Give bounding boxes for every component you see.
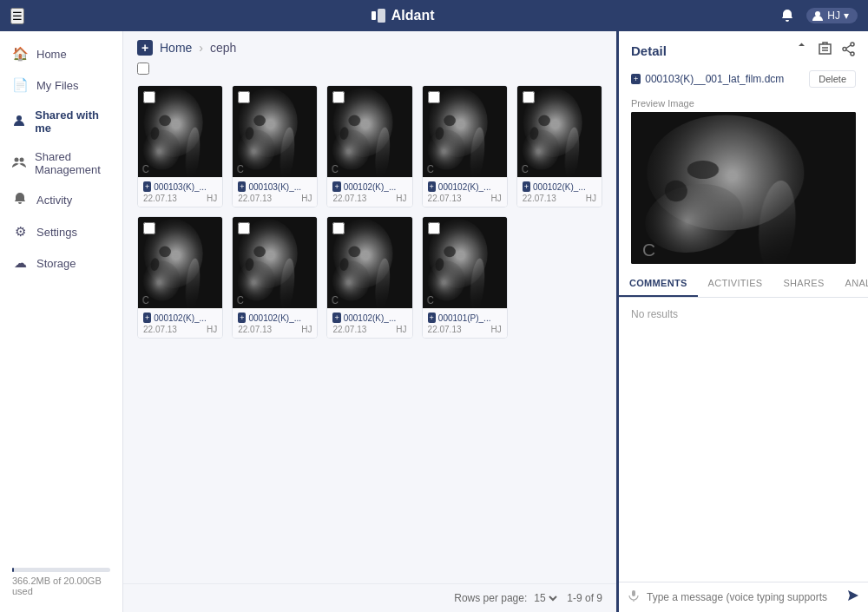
- tab-activities[interactable]: ACTIVITIES: [698, 271, 773, 297]
- tab-analyze[interactable]: ANALYZE: [835, 271, 868, 297]
- file-plus-icon: +: [523, 181, 530, 192]
- rows-per-page: Rows per page: 15 30 50: [454, 591, 560, 605]
- file-checkbox[interactable]: [238, 91, 250, 103]
- file-card-meta: 22.07.13 HJ: [332, 325, 406, 334]
- sidebar-item-settings[interactable]: ⚙ Settings: [0, 216, 122, 247]
- file-card[interactable]: + 000101(P)_... 22.07.13 HJ: [422, 216, 508, 339]
- file-card[interactable]: + 000103(K)_... 22.07.13 HJ: [232, 85, 318, 207]
- rows-per-page-select[interactable]: 15 30 50: [530, 591, 560, 605]
- file-card[interactable]: + 000102(K)_... 22.07.13 HJ: [422, 85, 508, 207]
- notification-icon[interactable]: [780, 9, 794, 23]
- shared-icon: [12, 114, 26, 130]
- file-plus-icon: +: [143, 313, 151, 323]
- svg-point-6: [851, 43, 854, 46]
- add-folder-icon[interactable]: +: [137, 40, 153, 56]
- file-checkbox[interactable]: [332, 222, 345, 234]
- sidebar-label-storage: Storage: [36, 257, 76, 270]
- preview-label: Preview Image: [631, 98, 856, 109]
- file-plus-icon: +: [428, 313, 436, 323]
- app-name: AIdant: [391, 8, 435, 23]
- sidebar-item-home[interactable]: 🏠 Home: [0, 38, 122, 69]
- file-card[interactable]: + 000102(K)_... 22.07.13 HJ: [232, 216, 318, 339]
- svg-line-9: [846, 45, 851, 49]
- save-folder-icon[interactable]: [818, 42, 832, 60]
- sidebar-item-my-files[interactable]: 📄 My Files: [0, 69, 122, 101]
- file-card-info: + 000102(K)_... 22.07.13 HJ: [517, 177, 602, 207]
- file-card-top: [138, 86, 222, 177]
- file-card-info: + 000102(K)_... 22.07.13 HJ: [233, 308, 317, 338]
- file-card-meta: 22.07.13 HJ: [143, 325, 217, 334]
- svg-marker-12: [848, 590, 858, 601]
- file-date: 22.07.13: [332, 325, 366, 334]
- sidebar-label-my-files: My Files: [36, 79, 78, 92]
- delete-button[interactable]: Delete: [809, 70, 856, 88]
- file-checkbox[interactable]: [428, 91, 440, 103]
- select-all-checkbox[interactable]: [137, 63, 149, 75]
- file-card-name: + 000102(K)_...: [332, 181, 406, 192]
- mic-icon[interactable]: [628, 589, 640, 605]
- pagination-range: 1-9 of 9: [567, 592, 602, 604]
- file-checkbox[interactable]: [143, 91, 155, 103]
- file-card[interactable]: + 000102(K)_... 22.07.13 HJ: [326, 85, 412, 207]
- file-card-name: + 000102(K)_...: [143, 313, 217, 323]
- file-plus-icon: +: [332, 181, 340, 192]
- file-name-label: 000102(K)_...: [248, 313, 301, 323]
- topbar-right: HJ ▾: [780, 8, 858, 23]
- menu-icon[interactable]: ☰: [10, 8, 24, 24]
- file-card[interactable]: + 000103(K)_... 22.07.13 HJ: [137, 85, 223, 207]
- user-menu[interactable]: HJ ▾: [806, 8, 858, 23]
- file-card-info: + 000102(K)_... 22.07.13 HJ: [327, 177, 411, 207]
- file-card-meta: 22.07.13 HJ: [428, 325, 502, 334]
- breadcrumb-home[interactable]: Home: [160, 41, 192, 55]
- file-date: 22.07.13: [523, 194, 556, 203]
- tab-shares[interactable]: SHARES: [773, 271, 834, 297]
- file-checkbox[interactable]: [143, 222, 155, 234]
- file-card[interactable]: + 000102(K)_... 22.07.13 HJ: [516, 85, 602, 207]
- pagination-bar: Rows per page: 15 30 50 1-9 of 9: [123, 583, 616, 612]
- file-checkbox[interactable]: [523, 91, 535, 103]
- file-user: HJ: [207, 325, 217, 334]
- send-icon[interactable]: [847, 589, 859, 605]
- file-row: + 000103(K)__001_lat_film.dcm Delete: [619, 67, 868, 95]
- preview-canvas: [631, 112, 856, 264]
- file-card-meta: 22.07.13 HJ: [523, 194, 596, 203]
- file-checkbox[interactable]: [238, 222, 250, 234]
- file-checkbox[interactable]: [428, 222, 440, 234]
- sidebar-label-settings: Settings: [36, 226, 77, 239]
- preview-section: Preview Image: [619, 95, 868, 271]
- file-date: 22.07.13: [238, 325, 272, 334]
- detail-file-name: 000103(K)__001_lat_film.dcm: [645, 73, 784, 85]
- sidebar-item-shared-management[interactable]: Shared Management: [0, 142, 122, 184]
- sidebar-label-shared-with-me: Shared with me: [35, 109, 110, 135]
- file-name-label: 000101(P)_...: [438, 313, 491, 323]
- file-user: HJ: [301, 194, 312, 203]
- file-card-top: [233, 217, 317, 308]
- file-user: HJ: [396, 325, 406, 334]
- detail-header: Detail: [619, 31, 868, 67]
- svg-rect-1: [378, 9, 385, 23]
- activity-icon: [12, 192, 28, 208]
- file-card[interactable]: + 000102(K)_... 22.07.13 HJ: [326, 216, 412, 339]
- file-card-meta: 22.07.13 HJ: [238, 325, 312, 334]
- tab-comments[interactable]: COMMENTS: [619, 271, 698, 297]
- sidebar-item-storage[interactable]: ☁ Storage: [0, 247, 122, 279]
- breadcrumb-current: ceph: [210, 41, 236, 55]
- file-card-top: [423, 86, 507, 177]
- svg-point-3: [16, 115, 22, 121]
- file-card[interactable]: + 000102(K)_... 22.07.13 HJ: [137, 216, 223, 339]
- file-checkbox[interactable]: [332, 91, 345, 103]
- share-icon[interactable]: [841, 42, 856, 60]
- file-plus-icon: +: [428, 181, 436, 192]
- breadcrumb-separator: ›: [199, 41, 203, 55]
- file-name-label: 000103(K)_...: [248, 182, 301, 192]
- message-input[interactable]: [647, 591, 840, 603]
- sidebar-item-activity[interactable]: Activity: [0, 184, 122, 216]
- main-layout: 🏠 Home 📄 My Files Shared with me: [0, 31, 868, 612]
- sidebar-item-shared-with-me[interactable]: Shared with me: [0, 101, 122, 142]
- message-input-row: [619, 582, 868, 612]
- file-grid: + 000103(K)_... 22.07.13 HJ + 000103(K)_…: [123, 82, 616, 583]
- storage-used-label: 366.2MB of 20.00GB used: [12, 576, 102, 596]
- upload-icon[interactable]: [794, 42, 809, 60]
- file-card-meta: 22.07.13 HJ: [332, 194, 406, 203]
- file-plus-icon: +: [143, 181, 151, 192]
